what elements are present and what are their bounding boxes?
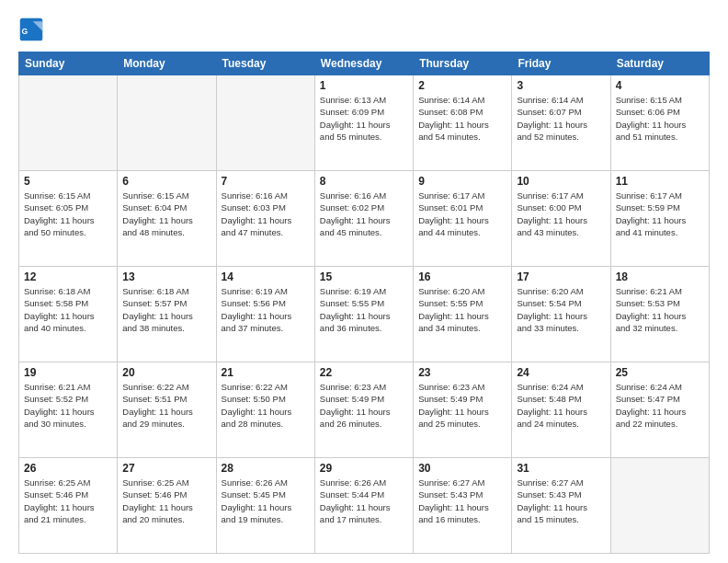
day-number: 17	[517, 270, 605, 283]
calendar-cell: 28Sunrise: 6:26 AM Sunset: 5:45 PM Dayli…	[216, 458, 314, 554]
weekday-header-friday: Friday	[512, 52, 610, 75]
calendar-cell	[610, 458, 709, 554]
week-row-2: 5Sunrise: 6:15 AM Sunset: 6:05 PM Daylig…	[19, 171, 710, 267]
day-number: 15	[320, 270, 408, 283]
calendar-cell: 6Sunrise: 6:15 AM Sunset: 6:04 PM Daylig…	[118, 171, 216, 267]
svg-text:G: G	[22, 27, 28, 36]
day-number: 1	[320, 79, 408, 92]
day-number: 31	[517, 462, 605, 475]
logo: G	[18, 17, 48, 42]
calendar-cell: 23Sunrise: 6:23 AM Sunset: 5:49 PM Dayli…	[414, 362, 512, 458]
day-info: Sunrise: 6:14 AM Sunset: 6:07 PM Dayligh…	[517, 94, 605, 143]
calendar-cell: 12Sunrise: 6:18 AM Sunset: 5:58 PM Dayli…	[19, 267, 118, 362]
week-row-1: 1Sunrise: 6:13 AM Sunset: 6:09 PM Daylig…	[19, 75, 710, 171]
calendar-cell	[19, 75, 118, 171]
day-number: 8	[320, 175, 408, 188]
day-info: Sunrise: 6:24 AM Sunset: 5:48 PM Dayligh…	[517, 381, 605, 430]
calendar-cell: 22Sunrise: 6:23 AM Sunset: 5:49 PM Dayli…	[314, 362, 413, 458]
calendar-cell	[216, 75, 314, 171]
day-number: 22	[320, 366, 408, 379]
day-number: 30	[418, 462, 506, 475]
week-row-5: 26Sunrise: 6:25 AM Sunset: 5:46 PM Dayli…	[19, 458, 710, 554]
logo-icon: G	[18, 17, 44, 42]
day-info: Sunrise: 6:26 AM Sunset: 5:44 PM Dayligh…	[320, 477, 408, 525]
day-number: 7	[222, 175, 310, 188]
day-number: 11	[616, 175, 704, 188]
day-info: Sunrise: 6:18 AM Sunset: 5:57 PM Dayligh…	[122, 285, 210, 334]
day-number: 5	[24, 175, 112, 188]
weekday-header-wednesday: Wednesday	[314, 52, 413, 75]
day-info: Sunrise: 6:23 AM Sunset: 5:49 PM Dayligh…	[320, 381, 408, 430]
day-info: Sunrise: 6:22 AM Sunset: 5:51 PM Dayligh…	[122, 381, 210, 430]
day-number: 20	[122, 366, 210, 379]
day-number: 12	[24, 270, 112, 283]
calendar-cell	[118, 75, 216, 171]
weekday-header-sunday: Sunday	[19, 52, 118, 75]
calendar-cell: 11Sunrise: 6:17 AM Sunset: 5:59 PM Dayli…	[610, 171, 709, 267]
calendar-cell: 31Sunrise: 6:27 AM Sunset: 5:43 PM Dayli…	[512, 458, 610, 554]
day-info: Sunrise: 6:18 AM Sunset: 5:58 PM Dayligh…	[24, 285, 112, 334]
day-info: Sunrise: 6:27 AM Sunset: 5:43 PM Dayligh…	[517, 477, 605, 525]
day-number: 3	[517, 79, 605, 92]
day-number: 27	[122, 462, 210, 475]
calendar-cell: 4Sunrise: 6:15 AM Sunset: 6:06 PM Daylig…	[610, 75, 709, 171]
day-info: Sunrise: 6:13 AM Sunset: 6:09 PM Dayligh…	[320, 94, 408, 143]
day-info: Sunrise: 6:14 AM Sunset: 6:08 PM Dayligh…	[418, 94, 506, 143]
day-info: Sunrise: 6:19 AM Sunset: 5:55 PM Dayligh…	[320, 285, 408, 334]
day-number: 6	[122, 175, 210, 188]
day-info: Sunrise: 6:21 AM Sunset: 5:53 PM Dayligh…	[616, 285, 704, 334]
day-info: Sunrise: 6:15 AM Sunset: 6:04 PM Dayligh…	[122, 190, 210, 238]
day-info: Sunrise: 6:17 AM Sunset: 6:00 PM Dayligh…	[517, 190, 605, 238]
weekday-header-row: SundayMondayTuesdayWednesdayThursdayFrid…	[19, 52, 710, 75]
day-number: 9	[418, 175, 506, 188]
day-number: 19	[24, 366, 112, 379]
day-number: 14	[222, 270, 310, 283]
calendar-cell: 7Sunrise: 6:16 AM Sunset: 6:03 PM Daylig…	[216, 171, 314, 267]
calendar-cell: 27Sunrise: 6:25 AM Sunset: 5:46 PM Dayli…	[118, 458, 216, 554]
calendar-cell: 5Sunrise: 6:15 AM Sunset: 6:05 PM Daylig…	[19, 171, 118, 267]
calendar-cell: 19Sunrise: 6:21 AM Sunset: 5:52 PM Dayli…	[19, 362, 118, 458]
weekday-header-tuesday: Tuesday	[216, 52, 314, 75]
day-info: Sunrise: 6:25 AM Sunset: 5:46 PM Dayligh…	[122, 477, 210, 525]
day-number: 24	[517, 366, 605, 379]
calendar-cell: 15Sunrise: 6:19 AM Sunset: 5:55 PM Dayli…	[314, 267, 413, 362]
calendar-cell: 17Sunrise: 6:20 AM Sunset: 5:54 PM Dayli…	[512, 267, 610, 362]
day-info: Sunrise: 6:15 AM Sunset: 6:06 PM Dayligh…	[616, 94, 704, 143]
weekday-header-saturday: Saturday	[610, 52, 709, 75]
day-number: 2	[418, 79, 506, 92]
calendar-cell: 18Sunrise: 6:21 AM Sunset: 5:53 PM Dayli…	[610, 267, 709, 362]
day-number: 25	[616, 366, 704, 379]
day-info: Sunrise: 6:17 AM Sunset: 5:59 PM Dayligh…	[616, 190, 704, 238]
calendar-cell: 25Sunrise: 6:24 AM Sunset: 5:47 PM Dayli…	[610, 362, 709, 458]
day-number: 4	[616, 79, 704, 92]
day-info: Sunrise: 6:20 AM Sunset: 5:55 PM Dayligh…	[418, 285, 506, 334]
day-info: Sunrise: 6:26 AM Sunset: 5:45 PM Dayligh…	[222, 477, 310, 525]
calendar-table: SundayMondayTuesdayWednesdayThursdayFrid…	[18, 52, 710, 554]
calendar-cell: 21Sunrise: 6:22 AM Sunset: 5:50 PM Dayli…	[216, 362, 314, 458]
calendar-cell: 8Sunrise: 6:16 AM Sunset: 6:02 PM Daylig…	[314, 171, 413, 267]
day-info: Sunrise: 6:20 AM Sunset: 5:54 PM Dayligh…	[517, 285, 605, 334]
day-info: Sunrise: 6:15 AM Sunset: 6:05 PM Dayligh…	[24, 190, 112, 238]
calendar-cell: 10Sunrise: 6:17 AM Sunset: 6:00 PM Dayli…	[512, 171, 610, 267]
weekday-header-thursday: Thursday	[414, 52, 512, 75]
day-info: Sunrise: 6:16 AM Sunset: 6:02 PM Dayligh…	[320, 190, 408, 238]
calendar-cell: 26Sunrise: 6:25 AM Sunset: 5:46 PM Dayli…	[19, 458, 118, 554]
week-row-3: 12Sunrise: 6:18 AM Sunset: 5:58 PM Dayli…	[19, 267, 710, 362]
day-number: 29	[320, 462, 408, 475]
day-info: Sunrise: 6:21 AM Sunset: 5:52 PM Dayligh…	[24, 381, 112, 430]
day-number: 26	[24, 462, 112, 475]
calendar-cell: 29Sunrise: 6:26 AM Sunset: 5:44 PM Dayli…	[314, 458, 413, 554]
calendar-cell: 24Sunrise: 6:24 AM Sunset: 5:48 PM Dayli…	[512, 362, 610, 458]
day-number: 10	[517, 175, 605, 188]
calendar-cell: 16Sunrise: 6:20 AM Sunset: 5:55 PM Dayli…	[414, 267, 512, 362]
calendar-cell: 14Sunrise: 6:19 AM Sunset: 5:56 PM Dayli…	[216, 267, 314, 362]
week-row-4: 19Sunrise: 6:21 AM Sunset: 5:52 PM Dayli…	[19, 362, 710, 458]
calendar-cell: 3Sunrise: 6:14 AM Sunset: 6:07 PM Daylig…	[512, 75, 610, 171]
calendar-cell: 13Sunrise: 6:18 AM Sunset: 5:57 PM Dayli…	[118, 267, 216, 362]
day-number: 28	[222, 462, 310, 475]
calendar-cell: 20Sunrise: 6:22 AM Sunset: 5:51 PM Dayli…	[118, 362, 216, 458]
calendar-cell: 1Sunrise: 6:13 AM Sunset: 6:09 PM Daylig…	[314, 75, 413, 171]
day-number: 18	[616, 270, 704, 283]
day-info: Sunrise: 6:24 AM Sunset: 5:47 PM Dayligh…	[616, 381, 704, 430]
day-info: Sunrise: 6:17 AM Sunset: 6:01 PM Dayligh…	[418, 190, 506, 238]
